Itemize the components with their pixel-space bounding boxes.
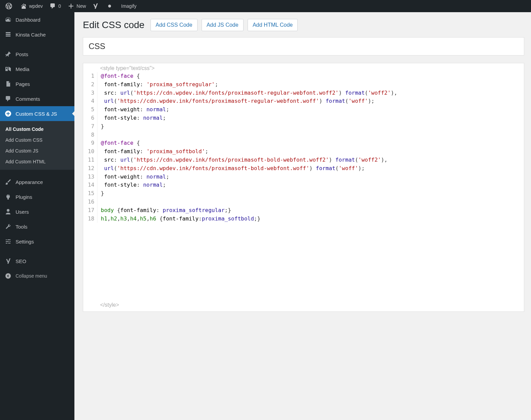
wp-logo[interactable] (3, 0, 17, 12)
pin-icon (4, 50, 12, 58)
sidebar-item-label: Kinsta Cache (16, 32, 46, 38)
sidebar-item-comments[interactable]: Comments (0, 91, 74, 106)
plug-icon (4, 193, 12, 201)
arrow-left-circle-icon (4, 272, 12, 280)
brush-icon (4, 178, 12, 186)
main-content: Edit CSS code Add CSS Code Add JS Code A… (74, 12, 531, 420)
sidebar-item-plugins[interactable]: Plugins (0, 189, 74, 204)
line-gutter: 123456789101112131415161718 (83, 72, 97, 223)
style-open-tag: <style type="text/css"> (83, 63, 524, 72)
sidebar-item-label: Comments (16, 96, 40, 102)
sidebar-item-label: Pages (16, 81, 30, 87)
add-js-button[interactable]: Add JS Code (202, 19, 244, 31)
pages-icon (4, 80, 12, 88)
svg-point-0 (108, 5, 111, 7)
wordpress-icon (5, 3, 12, 9)
comments-link[interactable]: 0 (46, 0, 64, 12)
media-icon (4, 65, 12, 73)
sidebar-item-media[interactable]: Media (0, 62, 74, 76)
sidebar-item-kinsta[interactable]: Kinsta Cache (0, 27, 74, 42)
submenu-add-html[interactable]: Add Custom HTML (0, 156, 74, 167)
comments-icon (4, 95, 12, 103)
sidebar-item-label: Dashboard (16, 17, 40, 23)
new-label: New (76, 3, 86, 9)
wrench-icon (4, 223, 12, 231)
sidebar-item-seo[interactable]: SEO (0, 254, 74, 269)
submenu-add-css[interactable]: Add Custom CSS (0, 135, 74, 145)
code-lines[interactable]: @font-face { font-family: 'proxima_softr… (97, 72, 524, 223)
code-editor[interactable]: <style type="text/css"> 1234567891011121… (83, 63, 524, 312)
sidebar-item-label: Custom CSS & JS (16, 111, 57, 117)
sidebar-submenu: All Custom Code Add Custom CSS Add Custo… (0, 121, 74, 170)
admin-bar: wpdev 0 New Imagify (0, 0, 531, 12)
submenu-all-code[interactable]: All Custom Code (0, 124, 74, 135)
sidebar-item-label: Users (16, 209, 29, 215)
page-header: Edit CSS code Add CSS Code Add JS Code A… (83, 19, 524, 31)
site-name-link[interactable]: wpdev (17, 0, 46, 12)
comments-count: 0 (58, 3, 61, 9)
sidebar-item-appearance[interactable]: Appearance (0, 174, 74, 189)
sidebar-item-posts[interactable]: Posts (0, 47, 74, 62)
page-title: Edit CSS code (83, 20, 144, 30)
add-css-button[interactable]: Add CSS Code (151, 19, 198, 31)
comment-icon (49, 3, 56, 9)
yoast-link[interactable] (89, 0, 103, 12)
sidebar-item-label: Media (16, 66, 29, 72)
sidebar-item-tools[interactable]: Tools (0, 219, 74, 234)
imagify-link[interactable]: Imagify (118, 0, 140, 12)
status-dot[interactable] (103, 0, 118, 12)
yoast-icon (4, 257, 12, 265)
dashboard-icon (4, 16, 12, 24)
collapse-menu[interactable]: Collapse menu (0, 269, 74, 283)
sidebar-item-label: Tools (16, 224, 27, 230)
sidebar-item-label: Plugins (16, 194, 32, 200)
home-icon (20, 3, 27, 9)
sidebar-item-label: SEO (16, 258, 26, 264)
collapse-label: Collapse menu (16, 273, 47, 279)
add-html-button[interactable]: Add HTML Code (248, 19, 298, 31)
list-icon (4, 30, 12, 39)
yoast-icon (92, 3, 99, 9)
sidebar-item-settings[interactable]: Settings (0, 234, 74, 249)
new-content-link[interactable]: New (64, 0, 89, 12)
sidebar-item-pages[interactable]: Pages (0, 76, 74, 91)
sliders-icon (4, 237, 12, 246)
plus-icon (68, 3, 74, 9)
plus-circle-icon (4, 110, 12, 118)
sidebar-item-users[interactable]: Users (0, 204, 74, 219)
sidebar-item-label: Posts (16, 51, 28, 57)
admin-sidebar: Dashboard Kinsta Cache Posts Media Pages… (0, 12, 74, 420)
sidebar-item-label: Settings (16, 239, 34, 244)
sidebar-item-dashboard[interactable]: Dashboard (0, 12, 74, 27)
user-icon (4, 208, 12, 216)
sidebar-item-label: Appearance (16, 179, 43, 185)
submenu-add-js[interactable]: Add Custom JS (0, 145, 74, 156)
style-close-tag: </style> (83, 301, 524, 311)
site-name-text: wpdev (29, 3, 43, 9)
circle-icon (106, 3, 113, 9)
imagify-label: Imagify (121, 3, 136, 9)
sidebar-item-customcss[interactable]: Custom CSS & JS (0, 106, 74, 121)
post-title-input[interactable] (83, 37, 524, 55)
